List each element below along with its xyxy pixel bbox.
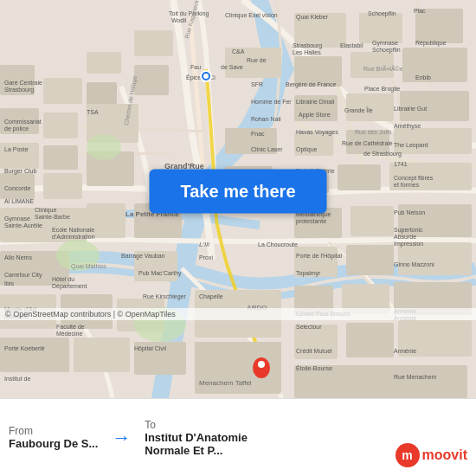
svg-text:Al LIMANE: Al LIMANE — [4, 198, 35, 204]
map-container: Toit du Parking Wodli Clinique Exel visi… — [0, 0, 476, 398]
moovit-text: moovit — [422, 447, 467, 463]
svg-text:Allo Nems: Allo Nems — [4, 254, 32, 261]
svg-rect-44 — [87, 203, 125, 238]
svg-rect-3 — [134, 65, 169, 95]
svg-text:La Choucroute: La Choucroute — [258, 241, 298, 248]
svg-text:Pub Nelson: Pub Nelson — [394, 209, 425, 215]
svg-text:Quai Mathiss: Quai Mathiss — [71, 263, 106, 270]
svg-text:Rue Kirschleger: Rue Kirschleger — [143, 293, 186, 300]
moovit-icon: m — [396, 443, 420, 467]
svg-text:Institut de: Institut de — [4, 376, 30, 382]
svg-text:Optique: Optique — [296, 146, 318, 153]
svg-text:Elastabil: Elastabil — [340, 42, 363, 48]
svg-text:Menachem Taffel: Menachem Taffel — [199, 379, 252, 387]
svg-text:Médecine: Médecine — [56, 331, 82, 337]
take-me-there-button[interactable]: Take me there — [149, 169, 326, 213]
svg-text:Sainte-Aurélie: Sainte-Aurélie — [4, 222, 42, 228]
route-to: To Institut D'Anatomie Normale Et P... — [145, 419, 283, 457]
svg-text:The Leopard: The Leopard — [394, 142, 428, 149]
svg-text:Arménie: Arménie — [394, 348, 416, 354]
svg-rect-10 — [351, 52, 394, 78]
svg-text:Enbib: Enbib — [415, 74, 431, 80]
svg-rect-8 — [415, 9, 463, 43]
svg-rect-39 — [0, 338, 69, 372]
svg-rect-7 — [359, 13, 402, 43]
svg-text:Homme de Fer: Homme de Fer — [251, 99, 292, 105]
to-label: To — [145, 419, 156, 431]
svg-text:Librairie Gut: Librairie Gut — [394, 106, 427, 112]
svg-rect-55 — [346, 323, 394, 357]
svg-text:Fnac: Fnac — [251, 131, 265, 137]
svg-rect-32 — [43, 173, 82, 199]
svg-text:Hôpital Civil: Hôpital Civil — [134, 345, 166, 352]
route-arrow-icon: → — [112, 427, 131, 449]
copyright-bar: © OpenStreetMap contributors | © OpenMap… — [0, 308, 476, 320]
svg-text:Proxi: Proxi — [199, 254, 213, 261]
svg-rect-28 — [43, 113, 78, 138]
svg-text:Wodli: Wodli — [171, 17, 187, 23]
svg-rect-2 — [134, 30, 173, 56]
svg-text:Bergère de France: Bergère de France — [286, 81, 336, 88]
svg-text:Supertonic: Supertonic — [394, 227, 423, 234]
svg-text:Impression: Impression — [394, 241, 423, 248]
svg-text:Plac: Plac — [414, 8, 426, 14]
svg-rect-50 — [398, 242, 472, 275]
svg-text:Étoile-Bourse: Étoile-Bourse — [296, 364, 332, 371]
moovit-logo: m moovit — [396, 443, 467, 467]
svg-rect-40 — [74, 338, 130, 372]
svg-point-166 — [258, 361, 265, 368]
svg-text:d'Administration: d'Administration — [52, 234, 95, 240]
svg-text:Pub Mac'Carthy: Pub Mac'Carthy — [138, 270, 182, 277]
svg-text:Quai Kleber: Quai Kleber — [296, 14, 329, 21]
svg-text:Porte Koeberlé: Porte Koeberlé — [4, 345, 45, 351]
svg-text:Améthyse: Améthyse — [394, 123, 421, 130]
svg-point-164 — [203, 74, 209, 79]
svg-rect-11 — [402, 48, 467, 82]
svg-text:C&A: C&A — [232, 48, 245, 55]
svg-text:Strasbourg: Strasbourg — [293, 42, 322, 49]
svg-text:Gymnase: Gymnase — [4, 215, 30, 222]
svg-text:Clinique: Clinique — [35, 207, 56, 214]
svg-text:Grande Île: Grande Île — [344, 106, 373, 113]
svg-text:République: République — [415, 40, 447, 47]
svg-text:Les Halles: Les Halles — [293, 49, 321, 55]
bottom-bar: From Faubourg De S... → To Institut D'An… — [0, 398, 476, 476]
svg-text:de police: de police — [4, 125, 29, 132]
svg-text:Rohan Nail: Rohan Nail — [251, 116, 281, 122]
svg-text:Schoepflin: Schoepflin — [372, 47, 401, 54]
svg-text:Hôtel du: Hôtel du — [52, 276, 74, 282]
svg-text:Ginno Mazzoni: Ginno Mazzoni — [394, 261, 434, 267]
svg-rect-54 — [294, 325, 338, 359]
svg-text:Burger Club: Burger Club — [4, 168, 36, 175]
svg-text:Chapelle: Chapelle — [199, 293, 223, 300]
svg-text:Département: Département — [52, 283, 87, 290]
svg-text:Faculté de: Faculté de — [56, 324, 85, 330]
svg-text:Rue de: Rue de — [247, 57, 267, 63]
svg-text:1741: 1741 — [394, 161, 408, 167]
svg-rect-21 — [338, 164, 381, 190]
svg-rect-49 — [346, 245, 394, 275]
svg-text:Ecole Nationale: Ecole Nationale — [52, 227, 94, 233]
svg-rect-46 — [351, 206, 394, 236]
svg-rect-4 — [87, 52, 121, 74]
svg-text:Gymnase: Gymnase — [372, 40, 398, 47]
svg-text:Fau: Fau — [190, 64, 201, 70]
svg-text:Gare Centrale: Gare Centrale — [4, 80, 42, 86]
svg-text:Rue BrÃ»lÃ©e: Rue BrÃ»lÃ©e — [363, 65, 403, 72]
svg-text:Strasbourg: Strasbourg — [4, 87, 34, 93]
svg-text:Concorde: Concorde — [4, 185, 30, 191]
svg-text:Librairie Dinali: Librairie Dinali — [296, 99, 335, 105]
svg-text:et formes: et formes — [394, 182, 420, 188]
svg-text:SFR: SFR — [251, 81, 263, 87]
svg-text:Sainte-Barbe: Sainte-Barbe — [35, 214, 70, 220]
svg-text:Clinic Laser: Clinic Laser — [251, 146, 283, 152]
svg-text:Rue des Juifs: Rue des Juifs — [355, 129, 392, 135]
svg-text:Place Broglie: Place Broglie — [364, 86, 400, 93]
svg-text:TSA: TSA — [87, 109, 99, 115]
from-label: From — [9, 425, 33, 437]
svg-text:L'Ill: L'Ill — [199, 241, 209, 248]
svg-text:Schoepflin: Schoepflin — [368, 10, 396, 17]
svg-text:Crédit Mutuel: Crédit Mutuel — [296, 348, 332, 354]
svg-text:de Strasbourg: de Strasbourg — [363, 151, 402, 158]
svg-rect-26 — [43, 78, 82, 104]
